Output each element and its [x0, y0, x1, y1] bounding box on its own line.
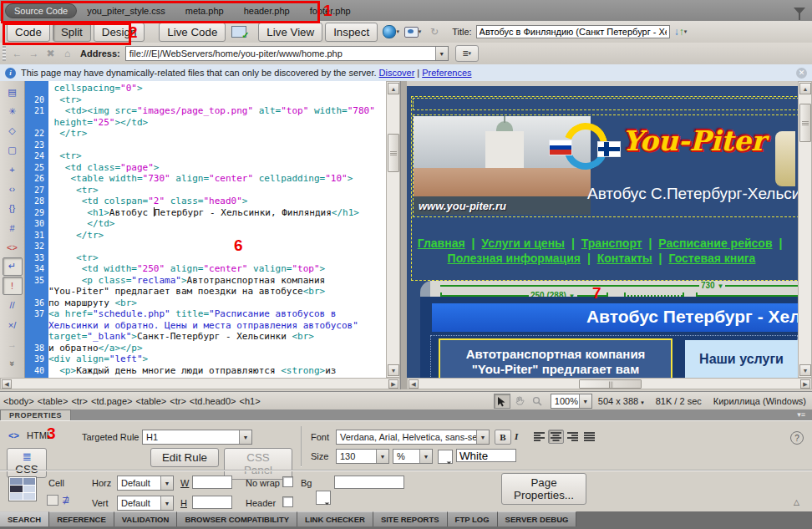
site-menu-link[interactable]: Услуги и цены [481, 237, 565, 250]
refresh-design-view-icon[interactable]: ↻ [425, 23, 444, 40]
text-color-swatch[interactable] [438, 450, 453, 464]
size-select[interactable]: 130▼ [336, 449, 389, 464]
source-code-tab[interactable]: Source Code [5, 3, 77, 18]
code-view-button[interactable]: Code [7, 23, 50, 42]
title-input[interactable] [476, 25, 670, 38]
design-vertical-scrollbar[interactable]: ▲ ▼ [798, 81, 812, 378]
design-horizontal-scrollbar[interactable]: ◀ ▶ [407, 378, 812, 389]
css-mode-button[interactable]: ≣ CSS [7, 448, 47, 478]
zoom-tool-icon[interactable] [529, 394, 546, 409]
collapse-panel-icon[interactable]: △ [794, 498, 799, 506]
align-right-icon[interactable] [565, 430, 581, 444]
merge-cells-icon[interactable] [47, 495, 58, 506]
open-documents-icon[interactable]: ▤ [3, 83, 23, 101]
results-tab[interactable]: LINK CHECKER [297, 511, 373, 526]
design-view[interactable]: www.you-piter.ru You-Piter Автобус С.Пет… [407, 81, 798, 378]
live-code-button[interactable]: Live Code [159, 23, 226, 42]
preview-in-browser-icon[interactable]: ▾ [382, 23, 400, 40]
results-tab[interactable]: SEARCH [0, 511, 49, 526]
balance-braces-icon[interactable]: {} [3, 199, 23, 217]
view-options-icon[interactable]: ≡▾ [455, 45, 479, 62]
tag-selector-item[interactable]: <table> [38, 396, 69, 406]
remove-comment-icon[interactable]: ×/ [3, 315, 23, 333]
syntax-error-alerts-icon[interactable]: ! [3, 277, 23, 295]
tag-selector-item[interactable]: <tr> [71, 396, 88, 406]
address-input[interactable]: file:///E|/WebServers/home/you-piter/www… [125, 46, 449, 61]
vert-select[interactable]: Default▼ [117, 496, 174, 511]
highlight-invalid-code-icon[interactable]: <> [3, 238, 23, 257]
bold-button[interactable]: B [495, 430, 511, 445]
bg-color-swatch[interactable] [316, 491, 331, 505]
align-justify-icon[interactable] [581, 430, 597, 444]
site-menu-link[interactable]: Главная [418, 237, 465, 250]
forward-icon[interactable]: → [27, 47, 41, 61]
edit-rule-button[interactable]: Edit Rule [150, 448, 219, 467]
page-properties-button[interactable]: Page Properties... [501, 473, 586, 505]
preferences-link[interactable]: Preferences [422, 68, 471, 78]
select-tool-icon[interactable] [494, 394, 510, 409]
site-menu-link[interactable]: Расписание рейсов [658, 237, 772, 250]
panel-menu-icon[interactable]: ▾≡ [797, 410, 805, 419]
line-numbers-icon[interactable]: # [3, 218, 23, 237]
align-left-icon[interactable] [531, 430, 547, 444]
results-tab[interactable]: VALIDATION [114, 511, 178, 526]
text-color-input[interactable] [456, 449, 516, 462]
check-browser-compatibility-icon[interactable] [230, 23, 248, 40]
indent-code-icon[interactable]: → [3, 335, 23, 354]
header-checkbox[interactable] [282, 496, 293, 507]
results-tab[interactable]: SERVER DEBUG [498, 511, 577, 526]
bg-color-input[interactable] [334, 476, 404, 489]
align-center-icon[interactable] [548, 430, 564, 444]
design-view-button[interactable]: Design [94, 23, 145, 42]
code-navigator-icon[interactable]: ✳ [3, 102, 23, 120]
toolbar-handle[interactable] [3, 46, 6, 61]
stop-icon[interactable]: ✖ [43, 47, 58, 61]
code-vertical-scrollbar[interactable]: ▲ ▼ [386, 81, 400, 378]
word-wrap-icon[interactable]: ↵ [3, 257, 23, 276]
site-menu-link[interactable]: Контакты [597, 252, 652, 265]
code-horizontal-scrollbar[interactable]: ◀ ▶ [0, 378, 400, 389]
split-cell-icon[interactable]: ⋣ [62, 495, 69, 506]
results-tab[interactable]: SITE REPORTS [373, 511, 448, 526]
collapse-full-tag-icon[interactable]: ◇ [3, 121, 23, 140]
back-icon[interactable]: ← [10, 47, 24, 61]
results-tab[interactable]: FTP LOG [448, 511, 498, 526]
filter-related-files-icon[interactable] [794, 8, 805, 14]
targeted-rule-select[interactable]: H1▼ [142, 430, 252, 445]
properties-tab[interactable]: PROPERTIES [0, 409, 71, 421]
hand-tool-icon[interactable] [511, 394, 528, 409]
validate-markup-icon[interactable]: ▾ [403, 23, 422, 40]
more-icon[interactable]: » [3, 354, 21, 374]
page-h1-banner[interactable]: Автобус Петербург - Хельсинки [432, 303, 798, 332]
no-wrap-checkbox[interactable] [282, 476, 293, 487]
file-management-icon[interactable]: ↓↑▾ [672, 23, 690, 40]
table-width-label[interactable]: 730 ▼ [699, 281, 725, 290]
site-menu-link[interactable]: Полезная информация [448, 252, 581, 265]
site-menu-link[interactable]: Транспорт [581, 237, 642, 250]
css-panel-button[interactable]: CSS Panel [224, 448, 292, 480]
code-editor[interactable]: cellspacing="0"> <tr> <td><img src="imag… [48, 81, 386, 378]
related-file-tab[interactable]: footer.php [300, 3, 361, 18]
expand-all-icon[interactable]: + [3, 160, 23, 179]
html-mode-button[interactable]: HTML [27, 430, 52, 440]
window-size[interactable]: 504 x 388 ▾ [598, 396, 644, 406]
collapse-selection-icon[interactable]: ▢ [3, 141, 23, 160]
apply-comment-icon[interactable]: // [3, 296, 23, 314]
magnification-select[interactable]: 100%▼ [551, 394, 592, 409]
tag-selector-item[interactable]: <body> [3, 396, 34, 406]
italic-button[interactable]: I [515, 431, 518, 441]
close-info-bar-icon[interactable]: ✕ [796, 68, 807, 79]
horz-select[interactable]: Default▼ [117, 476, 174, 491]
services-cell[interactable]: Наши услуги [685, 340, 798, 378]
tag-selector-item[interactable]: <tr> [170, 396, 186, 406]
inspect-button[interactable]: Inspect [325, 23, 378, 42]
discover-link[interactable]: Discover [379, 68, 415, 78]
related-file-tab[interactable]: you_piter_style.css [77, 3, 175, 18]
width-input[interactable] [192, 476, 232, 489]
height-input[interactable] [192, 496, 232, 509]
tag-selector-item[interactable]: <h1> [240, 396, 261, 406]
font-select[interactable]: Verdana, Arial, Helvetica, sans-serif▼ [336, 430, 490, 445]
live-view-button[interactable]: Live View [258, 23, 322, 42]
home-icon[interactable]: ⌂ [60, 47, 74, 61]
help-icon[interactable]: ? [790, 431, 804, 445]
